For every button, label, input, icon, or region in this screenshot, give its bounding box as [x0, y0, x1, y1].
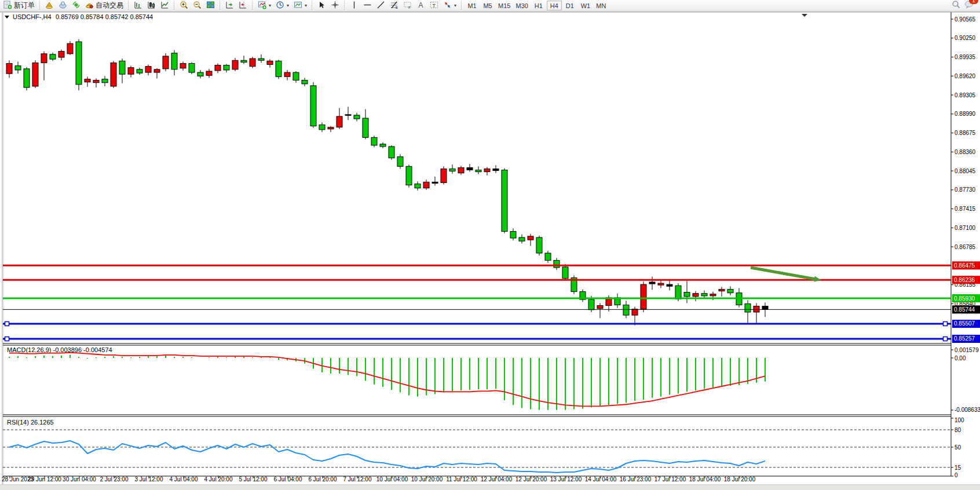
new-order-button[interactable]: 新订单: [1, 1, 37, 11]
candle: [276, 61, 281, 76]
chart-symbol-title: USDCHF-,H4: [13, 13, 52, 20]
candle: [528, 236, 533, 240]
channel-icon: F: [403, 1, 412, 11]
candle: [710, 294, 716, 296]
macd-label: MACD(12,26,9) -0.003896 -0.004574: [7, 346, 112, 353]
time-tick-label: 13 Jul 12:00: [550, 476, 582, 482]
timeframe-w1-button[interactable]: W1: [578, 1, 593, 10]
candle: [701, 294, 707, 296]
candle: [215, 65, 221, 71]
navigator-button[interactable]: [70, 1, 83, 11]
candle: [675, 286, 681, 299]
macd-axis: 0.0015790.00-0.008633: [951, 347, 980, 414]
chart-shift-icon: [239, 1, 247, 11]
candle: [476, 170, 481, 172]
timeframe-h4-button[interactable]: H4: [547, 1, 562, 10]
bar-chart-button[interactable]: [131, 1, 145, 11]
template-icon: [294, 1, 302, 11]
text-label-button[interactable]: T: [427, 1, 441, 11]
channel-button[interactable]: F: [401, 1, 414, 11]
crosshair-icon: [331, 1, 339, 11]
blue-level-2[interactable]: [3, 337, 951, 341]
chart-collapse-icon[interactable]: [5, 16, 9, 19]
line-handle: [5, 321, 9, 326]
time-tick-label: 17 Jul 12:00: [654, 476, 686, 482]
candle: [406, 166, 412, 185]
candle: [232, 60, 238, 70]
shapes-button[interactable]: ▾: [441, 1, 459, 11]
candle: [467, 167, 473, 170]
fibonacci-button[interactable]: E: [387, 1, 401, 11]
candlestick-chart-icon: [147, 1, 156, 11]
horizontal-line-button[interactable]: [361, 1, 374, 11]
vertical-line-button[interactable]: [348, 1, 361, 11]
panel-separator-macd[interactable]: [3, 343, 951, 345]
data-window-button[interactable]: [56, 1, 70, 11]
timeframe-h1-button[interactable]: H1: [531, 1, 546, 10]
cursor-button[interactable]: [315, 1, 328, 11]
auto-scroll-button[interactable]: [223, 1, 236, 11]
zoom-in-icon: [180, 1, 188, 11]
candle: [258, 58, 264, 60]
time-tick-label: 18 Jul 04:00: [689, 476, 721, 482]
zoom-out-button[interactable]: [191, 1, 204, 11]
trendline-button[interactable]: [374, 1, 387, 11]
market-watch-button[interactable]: [43, 1, 56, 11]
toolbar-separator: [128, 1, 129, 10]
autotrading-button[interactable]: 自动交易: [83, 1, 126, 11]
candle: [449, 169, 455, 171]
time-tick-label: 12 Jul 20:00: [515, 476, 547, 482]
candle: [302, 81, 308, 84]
timeframe-m1-button[interactable]: M1: [465, 1, 480, 10]
macd-tick-label: -0.008633: [955, 407, 980, 413]
svg-text:T: T: [433, 2, 436, 8]
macd-tick-label: 0.001579: [955, 347, 979, 353]
chart-shift-button[interactable]: [236, 1, 250, 11]
chart-canvas[interactable]: 0.905650.902500.899350.896200.893050.889…: [0, 0, 980, 490]
blue-level-2-badge: 0.85257: [952, 335, 980, 343]
price-tick-label: 0.88360: [955, 149, 976, 155]
tile-windows-button[interactable]: [204, 1, 217, 11]
candlestick-chart-button[interactable]: [145, 1, 158, 11]
candle: [267, 61, 273, 64]
timeframe-m5-button[interactable]: M5: [480, 1, 495, 10]
price-tick-label: 0.88675: [955, 130, 976, 136]
periods-button[interactable]: ▾: [273, 1, 291, 11]
autotrading-icon: [85, 1, 94, 11]
candle: [363, 118, 368, 137]
price-tick-label: 0.90250: [955, 35, 976, 41]
scroll-marker-icon: [802, 14, 807, 17]
line-handle: [944, 337, 948, 341]
candle: [154, 70, 160, 72]
line-chart-button[interactable]: [158, 1, 171, 11]
line-chart-icon: [160, 1, 169, 11]
price-tick-label: 0.87100: [955, 225, 976, 231]
crosshair-button[interactable]: [328, 1, 342, 11]
timeframe-m30-button[interactable]: M30: [513, 1, 530, 10]
zoom-in-button[interactable]: [177, 1, 191, 11]
vertical-line-icon: [350, 1, 359, 11]
bottom-strip: [0, 485, 980, 490]
time-axis[interactable]: 28 Jun 202329 Jun 12:0030 Jun 04:002 Jul…: [2, 476, 756, 482]
indicators-button[interactable]: ▾: [255, 1, 273, 11]
price-tick-label: 0.87730: [955, 187, 976, 193]
notifications-button[interactable]: 1: [964, 0, 974, 11]
price-tick-label: 0.88990: [955, 111, 976, 117]
svg-text:F: F: [408, 6, 411, 9]
candle: [284, 72, 290, 76]
toolbar-separator: [252, 1, 253, 10]
search-icon[interactable]: [952, 0, 961, 12]
dropdown-arrow-icon: ▾: [287, 3, 289, 8]
timeframe-m15-button[interactable]: M15: [496, 1, 513, 10]
market-watch-icon: [45, 1, 54, 11]
templates-button[interactable]: ▾: [291, 1, 309, 11]
candle: [206, 71, 212, 75]
text-button[interactable]: A: [414, 1, 427, 11]
blue-level-1[interactable]: [3, 321, 951, 326]
timeframe-group: M1M5M15M30H1H4D1W1MN: [465, 1, 609, 10]
panel-separator-rsi[interactable]: [3, 415, 951, 416]
timeframe-d1-button[interactable]: D1: [562, 1, 577, 10]
rsi-tick-label: 50: [955, 444, 961, 451]
current-price-line-badge: 0.85744: [952, 305, 980, 313]
timeframe-mn-button[interactable]: MN: [594, 1, 609, 10]
